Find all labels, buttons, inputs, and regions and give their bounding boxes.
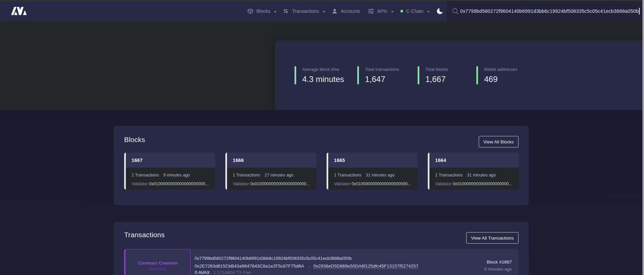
stat-total-blocks: Total blocks 1,667 (418, 66, 448, 84)
block-number[interactable]: 1664 (435, 158, 446, 163)
nav-item-label: Transactions (292, 8, 319, 14)
block-number[interactable]: 1665 (334, 158, 345, 163)
stat-accent-bar (357, 66, 359, 84)
navbar: Blocks Transactions Accounts (0, 1, 644, 21)
stat-value: 4.3 minutes (302, 74, 344, 84)
stat-label: Average block time (302, 67, 344, 72)
transfer-icon (282, 8, 289, 15)
transaction-fee: 1.1718604 TX Fee (213, 270, 251, 275)
transaction-block-link[interactable]: Block #1667 (487, 259, 512, 265)
block-tx-count: 1 Transactions (233, 173, 260, 177)
nav-item-blocks[interactable]: Blocks (247, 1, 277, 21)
nav-item-label: Blocks (256, 8, 270, 14)
cube-icon (247, 8, 253, 14)
block-accent-bar (124, 153, 126, 190)
nav-item-label: Accounts (341, 8, 360, 14)
transaction-type: Contract Creation (125, 260, 190, 266)
chevron-down-icon (274, 11, 277, 12)
chevron-down-icon (391, 11, 394, 12)
green-dot-icon (400, 10, 403, 12)
nav-item-label: C-Chain (406, 8, 423, 14)
person-icon (332, 8, 338, 14)
stat-average-block-time: Average block time 4.3 minutes (295, 66, 344, 84)
block-accent-bar (327, 153, 328, 190)
block-tx-count: 1 Transactions (132, 173, 159, 177)
nav-item-transactions[interactable]: Transactions (282, 1, 326, 21)
search-input[interactable]: 0x7799bd580272f9604140b6991d3bb6c19924bf… (460, 8, 639, 14)
stat-total-transactions: Total transactions 1,647 (357, 66, 399, 84)
stat-accent-bar (295, 66, 296, 84)
page-scrollbar[interactable] (643, 0, 644, 275)
validator-address[interactable]: 0x0100000000000000000000... (352, 182, 411, 186)
transaction-age: 9 minutes ago (484, 267, 512, 272)
block-accent-bar (225, 153, 227, 190)
stat-value: 1,667 (425, 74, 448, 84)
block-age: 9 minutes ago (163, 173, 190, 177)
block-tx-count: 1 Transactions (435, 173, 463, 177)
transactions-title: Transactions (124, 231, 165, 239)
block-accent-bar (428, 153, 429, 190)
block-card-1667[interactable]: 1667 1 Transactions9 minutes ago Validat… (124, 153, 215, 190)
nav-item-label: APIs (377, 8, 387, 14)
stat-accent-bar (418, 66, 419, 84)
block-card-1664[interactable]: 1664 1 Transactions31 minutes ago Valida… (428, 153, 519, 190)
validator-label: Validator (132, 182, 148, 186)
block-age: 31 minutes ago (467, 173, 496, 177)
transaction-to-address[interactable]: 0x2938eD5D869e50DA6f125dfc45F13157f52742… (313, 264, 419, 269)
transaction-row[interactable]: Contract Creation Success 0x7799bd580272… (124, 249, 519, 275)
block-list: 1667 1 Transactions9 minutes ago Validat… (124, 153, 519, 190)
block-age: 31 minutes ago (366, 173, 394, 177)
stat-label: Total blocks (425, 67, 448, 72)
view-all-transactions-button[interactable]: View All Transactions (466, 232, 519, 244)
block-number[interactable]: 1667 (132, 158, 143, 163)
hero-section: Average block time 4.3 minutes Total tra… (0, 21, 644, 110)
nav-item-accounts[interactable]: Accounts (332, 1, 360, 21)
theme-toggle[interactable] (436, 1, 444, 21)
search-bar[interactable]: 0x7799bd580272f9604140b6991d3bb6c19924bf… (447, 1, 644, 21)
block-number[interactable]: 1666 (233, 158, 244, 163)
transaction-status: Success (125, 266, 190, 272)
main-content: Blocks View All Blocks 1667 1 Transactio… (0, 110, 644, 275)
blocks-title: Blocks (124, 136, 145, 144)
chevron-down-icon (323, 11, 326, 12)
validator-address[interactable]: 0x0100000000000000000000... (250, 182, 310, 186)
nav-item-c-chain[interactable]: C-Chain (400, 1, 430, 21)
stat-wallet-addresses: Wallet addresses 469 (476, 66, 517, 84)
validator-label: Validator (233, 182, 249, 186)
stat-label: Total transactions (365, 67, 399, 72)
avalanche-logo-icon[interactable] (11, 6, 27, 15)
validator-label: Validator (334, 182, 350, 186)
search-icon (452, 7, 459, 15)
block-age: 27 minutes ago (264, 173, 293, 177)
validator-address[interactable]: 0x0100000000000000000000... (453, 182, 512, 186)
blocks-card: Blocks View All Blocks 1667 1 Transactio… (114, 126, 529, 205)
validator-address[interactable]: 0x0100000000000000000000... (149, 182, 209, 186)
stats-panel: Average block time 4.3 minutes Total tra… (275, 40, 644, 110)
stat-label: Wallet addresses (484, 67, 517, 72)
sliders-icon (368, 8, 374, 14)
arrow-right-icon: → (306, 264, 311, 269)
transaction-hash[interactable]: 0x7799bd580272f9604140b6991d3bb6c19924bf… (195, 256, 352, 261)
text-cursor (639, 8, 640, 15)
validator-label: Validator (435, 182, 451, 186)
block-card-1666[interactable]: 1666 1 Transactions27 minutes ago Valida… (225, 153, 316, 190)
transaction-status-cell: Contract Creation Success (124, 249, 191, 275)
transaction-value: 0 AVAX (195, 270, 210, 275)
moon-icon (436, 7, 444, 15)
block-tx-count: 1 Transactions (334, 173, 361, 177)
stat-accent-bar (476, 66, 478, 84)
stat-value: 469 (484, 74, 517, 84)
chevron-down-icon (427, 11, 430, 12)
view-all-blocks-button[interactable]: View All Blocks (479, 136, 519, 147)
nav-item-apis[interactable]: APIs (368, 1, 394, 21)
transactions-card: Transactions View All Transactions Contr… (114, 222, 529, 275)
transaction-from-address[interactable]: 0x2E7263d815CbB43a9647843C8a1e2F5c87F75d… (195, 264, 304, 269)
stat-value: 1,647 (365, 74, 399, 84)
block-card-1665[interactable]: 1665 1 Transactions31 minutes ago Valida… (327, 153, 418, 190)
